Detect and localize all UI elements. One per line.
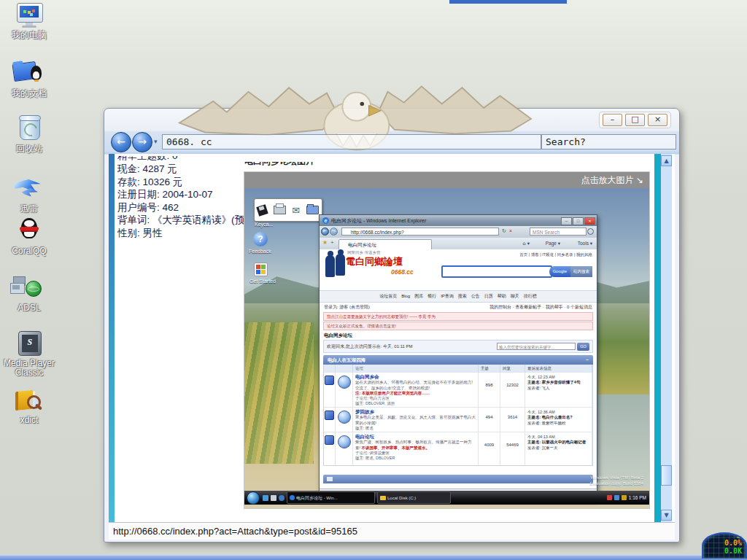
media-player-classic-icon xyxy=(3,330,55,357)
page-right-border xyxy=(654,154,661,522)
forum-subforum: 子论坛: 谈情说爱区 xyxy=(355,451,476,456)
desktop-icon-label: 我的文档 xyxy=(3,89,55,98)
quick-search-go-button: GO xyxy=(577,343,589,351)
lastpost-author: 发表者: 最爱吃牛腩粉 xyxy=(527,421,589,426)
bottom-hidden-taskbar-edge[interactable] xyxy=(0,555,747,560)
feedback-icon: ? xyxy=(253,232,268,246)
forum-page: 网聚同乡 传递乡音 電白同鄉論壇 0668.cc 首页 | 博客 | IT频道 … xyxy=(320,249,597,489)
browser-window: – □ × ← → ▾ 精华主题数: 0 现金: 4287 元 存款: 1032… xyxy=(104,108,680,542)
vista-desktop-scene: ✉ Keyca... ? Feedback Get Started 电白同乡论坛 xyxy=(244,188,649,508)
desktop: 我的电脑 我的文档 回收站 迅雷 CoralQQ ADSL Media Play… xyxy=(0,0,747,560)
desktop-icon-coralqq[interactable]: CoralQQ xyxy=(3,217,55,256)
top-hidden-taskbar-edge[interactable] xyxy=(449,0,567,4)
ie-minimize-button: – xyxy=(561,217,572,225)
wallpaper-rice-fields xyxy=(244,322,314,463)
scrollbar-thumb[interactable] xyxy=(661,465,672,486)
scroll-down-arrow[interactable]: ▼ xyxy=(661,510,672,521)
ie-address-bar: ← → http://0668.cc/index.php? ↻ × MSN Se… xyxy=(320,226,597,238)
page-left-border xyxy=(109,154,115,522)
control-panel-links: 我的控制台 · 查看最新帖子 · 我的帮手 · 0 个新短消息 xyxy=(489,303,592,311)
back-button[interactable]: ← xyxy=(111,132,131,152)
ie-forward-icon: → xyxy=(330,228,338,236)
forum-title: 电白论坛 xyxy=(355,434,476,440)
vista-taskbar: 电白同乡论坛 - Win... Local Disk (C:) 1:16 PM xyxy=(244,491,649,505)
desktop-icon-label: Media Player Classic xyxy=(3,359,55,378)
vista-icon-label: Keyca... xyxy=(255,222,273,227)
quicklaunch-icon xyxy=(271,495,276,501)
ie-back-icon: ← xyxy=(321,228,329,236)
forum-notice-1: 指点江山是需要激扬文字之力的同志都要顶住! —— 李贵 李为 xyxy=(323,312,593,321)
forum-note: 注: 本版限注册用户才能正常浏览内容…… xyxy=(355,391,476,396)
forum-search-input xyxy=(441,265,552,278)
desktop-icon-label: CoralQQ xyxy=(3,246,55,256)
desktop-icon-my-computer[interactable]: 我的电脑 xyxy=(3,1,55,40)
folder-task-icon xyxy=(380,496,386,500)
ie-refresh-icon: ↻ xyxy=(502,228,506,234)
scroll-up-arrow[interactable]: ▲ xyxy=(661,155,672,166)
close-button[interactable]: × xyxy=(648,114,667,126)
history-dropdown-icon[interactable]: ▾ xyxy=(154,138,158,145)
desktop-icon-media-player-classic[interactable]: Media Player Classic xyxy=(3,330,55,378)
forum-mods: 版主: 匿名, DBLOVER xyxy=(355,456,476,461)
forum-status-icon xyxy=(325,435,334,445)
forum-mods: 版主: DBLOVER, 温胜 xyxy=(355,401,476,406)
minimize-button[interactable]: – xyxy=(603,114,622,126)
ie-tab-bar: ★ + 电白同乡论坛 ⌂ ▾ Page ▾ Tools ▾ xyxy=(320,238,597,249)
desktop-icon-recycle-bin[interactable]: 回收站 xyxy=(3,114,55,154)
forum-logo-domain: 0668.cc xyxy=(391,268,414,276)
forum-login-row: 登录为: 游客 (点击登陆) 我的控制台 · 查看最新帖子 · 我的帮手 · 0… xyxy=(320,303,597,311)
forum-welcome-row: 欢迎回来,您上次访问显示在: 今天, 01:11 PM 输入您想要快速搜索的关键… xyxy=(323,340,593,353)
status-cell xyxy=(324,407,336,432)
desktop-icon-label: xdict xyxy=(3,416,55,425)
lastpost-cell: 今天, 12:23 AM 主题名: 家乡乡音你听懂了4句 发表者: 飞人 xyxy=(525,372,592,407)
forward-button[interactable]: → xyxy=(132,132,152,152)
print-icon xyxy=(274,206,286,214)
taskbar-task-explorer: Local Disk (C:) xyxy=(377,491,451,504)
forum-top-links: 首页 | 博客 | IT频道 | 同乡名录 | 我的风格 xyxy=(519,252,592,257)
forum-tagline: 网聚同乡 传递乡音 xyxy=(347,250,381,255)
topics-count: 4009 xyxy=(479,432,500,465)
forum-table-header: 论坛 主题 回复 最后发表信息 xyxy=(324,365,592,372)
thunder-icon xyxy=(3,175,55,203)
vertical-scrollbar[interactable]: ▲ ▼ xyxy=(661,154,672,522)
desktop-icon-my-documents[interactable]: 我的文档 xyxy=(3,60,55,98)
system-tray: 1:16 PM xyxy=(607,495,649,500)
globe-icon xyxy=(338,435,351,448)
ie-task-icon xyxy=(290,495,295,500)
search-input[interactable] xyxy=(541,134,676,149)
attachment-image[interactable]: 点击放大图片 ↘ ✉ Keyca... ? xyxy=(244,172,649,508)
desktop-icon-xunlei[interactable]: 迅雷 xyxy=(3,175,55,214)
address-input[interactable] xyxy=(162,134,541,149)
next-category-bar xyxy=(323,475,593,483)
ie-tools-menu: Tools ▾ xyxy=(578,238,592,249)
desktop-icon-xdict[interactable]: xdict xyxy=(3,386,55,425)
lastpost-topic: 主题名: 电白什么最出名? xyxy=(527,415,573,419)
page-content: 精华主题数: 0 现金: 4287 元 存款: 10326 元 注册日期: 20… xyxy=(109,154,675,522)
lastpost-time: 今天, 12:36 AM xyxy=(527,410,589,415)
email-icon: ✉ xyxy=(292,205,300,216)
forum-row: 电白同乡会 远在天涯的同乡人、怀着电白的心结、无论身处不在乎多远的地方!交流了、… xyxy=(324,372,592,407)
lastpost-topic: 主题名: 家乡乡音你听懂了4句 xyxy=(527,380,580,384)
maximize-button[interactable]: □ xyxy=(625,114,645,126)
replies-count: 12302 xyxy=(500,372,525,407)
vista-icon-label: Get Started xyxy=(246,279,279,284)
desktop-icon-label: 回收站 xyxy=(3,144,55,154)
forum-subforum: 子论坛: 电白方言区 xyxy=(355,396,476,401)
desktop-icon-label: ADSL xyxy=(3,303,55,313)
ie-logo-icon: e xyxy=(322,217,329,224)
browser-status-bar: http://0668.cc/index.php?act=Attach&type… xyxy=(109,522,675,540)
forum-desc: 远在天涯的同乡人、怀着电白的心结、无论身处不在乎多远的地方!交流了、故乡的山水!… xyxy=(355,380,473,389)
meter-badge: 8 xyxy=(737,534,740,539)
ie-window-controls: – □ × xyxy=(561,217,595,225)
image-toolbar: ✉ xyxy=(254,198,322,222)
ie-title-bar: 电白同乡论坛 - Windows Internet Explorer xyxy=(320,215,597,226)
replies-count: 54469 xyxy=(500,432,525,465)
icon-cell xyxy=(336,372,353,407)
my-computer-icon xyxy=(3,1,55,29)
desktop-icon-adsl[interactable]: ADSL xyxy=(3,274,55,313)
lastpost-time: 今天, 12:23 AM xyxy=(527,375,589,380)
lastpost-cell: 今天, 12:36 AM 主题名: 电白什么最出名? 发表者: 最爱吃牛腩粉 xyxy=(525,407,592,432)
globe-icon xyxy=(338,411,351,424)
tray-icon xyxy=(607,495,612,500)
tray-icon xyxy=(622,495,627,500)
